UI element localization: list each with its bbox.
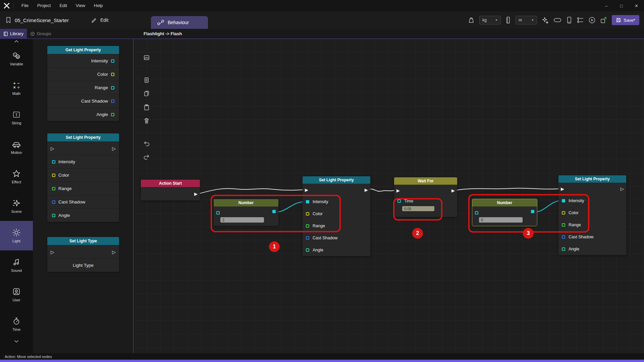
palette-card-get-light-property[interactable]: Get Light Property Intensity Color Range… xyxy=(47,46,119,121)
input-port[interactable] xyxy=(306,236,309,240)
output-port[interactable] xyxy=(111,113,114,116)
sidebar-item-light[interactable]: Light xyxy=(0,221,33,250)
sidebar-item-scene[interactable]: Scene xyxy=(0,191,33,221)
port-row-angle[interactable]: Angle xyxy=(558,243,626,255)
number-value-field[interactable]: 2 xyxy=(220,217,264,223)
palette-card-set-light-property[interactable]: Set Light Property ▷ ▷ Intensity Color R… xyxy=(47,133,119,222)
node-title[interactable]: Number xyxy=(214,199,278,206)
mass-unit-select[interactable]: kg ▼ xyxy=(479,16,501,24)
input-port[interactable] xyxy=(475,211,478,215)
exec-in-pin[interactable]: ▶ xyxy=(561,187,564,191)
menu-edit[interactable]: Edit xyxy=(55,0,71,11)
play-circle-icon[interactable] xyxy=(588,16,596,24)
menu-view[interactable]: View xyxy=(71,0,90,11)
sidebar-item-motion[interactable]: Motion xyxy=(0,132,33,162)
undo-icon[interactable] xyxy=(142,138,152,148)
output-port[interactable] xyxy=(111,100,114,103)
minimize-button[interactable]: – xyxy=(599,0,614,11)
duplicate-icon[interactable] xyxy=(142,88,152,99)
input-port[interactable] xyxy=(562,223,565,227)
paste-icon[interactable] xyxy=(142,102,152,112)
exec-in-pin[interactable]: ▷ xyxy=(51,146,54,151)
time-value-field[interactable]: 0.05 xyxy=(402,206,434,211)
input-port[interactable] xyxy=(306,248,309,252)
port-row-color[interactable]: Color xyxy=(303,208,370,220)
output-port[interactable] xyxy=(111,59,114,63)
exec-out-pin[interactable]: ▷ xyxy=(112,146,116,151)
exec-in-pin[interactable]: ▶ xyxy=(305,188,308,192)
port-row-angle[interactable]: Angle xyxy=(303,244,370,256)
port-row-range[interactable]: Range xyxy=(558,219,626,231)
node-title[interactable]: Number xyxy=(472,199,537,206)
output-port[interactable] xyxy=(272,210,276,213)
data-wire-number2-to-intensity[interactable] xyxy=(534,201,560,212)
sidebar-item-math[interactable]: +−×÷ Math xyxy=(0,73,33,103)
palette-item-range[interactable]: Range xyxy=(47,182,119,195)
input-port[interactable] xyxy=(52,160,55,164)
palette-item-intensity[interactable]: Intensity xyxy=(47,54,119,67)
maximize-button[interactable]: □ xyxy=(614,0,629,11)
data-wire-number1-to-intensity[interactable] xyxy=(275,202,305,212)
node-set-light-property-2[interactable]: Set Light Property ▶ ▷ Intensity Color xyxy=(558,175,626,255)
sidebar-item-string[interactable]: T String xyxy=(0,103,33,132)
palette-item-range[interactable]: Range xyxy=(47,81,119,94)
port-row-cast-shadow[interactable]: Cast Shadow xyxy=(303,232,370,244)
exec-out-pin[interactable]: ▶ xyxy=(194,192,198,196)
node-wait-for[interactable]: Wait For ▶ ▶ Time 0.05 xyxy=(394,177,457,217)
exec-out-pin[interactable]: ▷ xyxy=(112,249,116,255)
exec-out-pin[interactable]: ▶ xyxy=(365,188,368,192)
node-set-light-property-1[interactable]: Set Light Property ▶ ▶ Intensity Color xyxy=(303,176,370,256)
output-port[interactable] xyxy=(111,86,114,89)
input-port[interactable] xyxy=(562,199,565,202)
input-port[interactable] xyxy=(306,200,309,203)
hierarchy-icon[interactable] xyxy=(577,17,584,23)
input-port[interactable] xyxy=(562,211,565,215)
sidebar-item-variable[interactable]: x @ Variable xyxy=(0,44,33,73)
sidebar-item-effect[interactable]: Effect xyxy=(0,162,33,191)
menu-help[interactable]: Help xyxy=(90,0,107,11)
edit-mode-button[interactable]: Edit xyxy=(91,17,108,23)
node-graph-canvas[interactable]: Action Start ▶ Number 2 Set Light Proper… xyxy=(133,39,644,353)
input-port[interactable] xyxy=(562,235,565,239)
input-port[interactable] xyxy=(562,247,565,251)
input-port[interactable] xyxy=(52,187,55,190)
close-button[interactable]: ✕ xyxy=(629,0,644,11)
node-number-2[interactable]: Number 0 xyxy=(472,199,537,226)
palette-item-color[interactable]: Color xyxy=(47,168,119,182)
scroll-up-icon[interactable] xyxy=(0,39,33,44)
palette-card-set-light-type[interactable]: Set Light Type ▷ ▷ Light Type xyxy=(47,237,119,272)
number-value-field[interactable]: 0 xyxy=(479,217,523,223)
menu-project[interactable]: Project xyxy=(33,0,55,11)
node-title[interactable]: Action Start xyxy=(141,180,200,187)
input-port[interactable] xyxy=(52,214,55,217)
redo-icon[interactable] xyxy=(142,152,152,162)
node-title[interactable]: Set Light Property xyxy=(558,175,626,183)
node-title[interactable]: Wait For xyxy=(394,177,457,185)
node-title[interactable]: Set Light Property xyxy=(303,176,370,184)
input-port[interactable] xyxy=(216,211,220,215)
exec-out-pin[interactable]: ▶ xyxy=(451,188,455,193)
exec-wire-slp1-to-wait[interactable] xyxy=(368,189,394,191)
node-action-start[interactable]: Action Start ▶ xyxy=(141,180,200,200)
input-port[interactable] xyxy=(52,174,55,177)
palette-item-color[interactable]: Color xyxy=(47,67,119,81)
capsule-toggle-icon[interactable] xyxy=(553,17,562,23)
scroll-down-icon[interactable] xyxy=(0,339,33,344)
sparkles-icon[interactable] xyxy=(541,16,549,24)
export-build-icon[interactable] xyxy=(600,16,607,24)
palette-item-light-type[interactable]: Light Type xyxy=(47,258,119,272)
palette-item-cast-shadow[interactable]: Cast Shadow xyxy=(47,94,119,108)
tab-groups[interactable]: Groups xyxy=(27,29,55,39)
sidebar-item-time[interactable]: Time xyxy=(0,309,33,339)
sidebar-item-user[interactable]: User xyxy=(0,280,33,309)
port-row-color[interactable]: Color xyxy=(558,207,626,219)
tab-behaviour[interactable]: Behaviour xyxy=(151,16,208,29)
delete-icon[interactable] xyxy=(142,116,152,126)
exec-in-pin[interactable]: ▷ xyxy=(51,249,54,255)
port-row-range[interactable]: Range xyxy=(303,220,370,232)
tab-library[interactable]: Library xyxy=(0,29,27,39)
palette-item-angle[interactable]: Angle xyxy=(47,208,119,222)
save-button[interactable]: Save* xyxy=(612,15,639,25)
input-port-time[interactable] xyxy=(397,199,401,203)
output-port[interactable] xyxy=(531,210,534,213)
